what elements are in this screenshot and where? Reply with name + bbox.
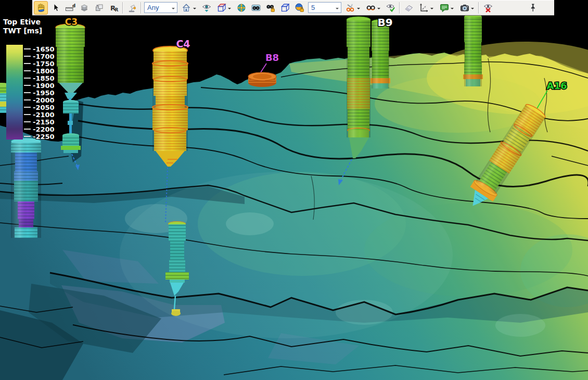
rr-annotation-icon: R R bbox=[109, 3, 119, 13]
chevron-down-icon bbox=[336, 8, 339, 11]
eye-red-x-icon bbox=[483, 3, 493, 13]
tick-label: -1750 bbox=[33, 60, 55, 68]
tick-dash bbox=[24, 121, 31, 122]
chevron-down-icon bbox=[228, 8, 231, 11]
count-combobox[interactable]: 5 bbox=[308, 2, 341, 13]
well-unlabeled-top[interactable] bbox=[463, 15, 483, 86]
legend-tick-row: -1900 bbox=[24, 82, 55, 88]
svg-text:d: d bbox=[72, 3, 75, 8]
rr-annotation-button[interactable]: R R bbox=[107, 1, 121, 15]
tick-dash bbox=[24, 70, 31, 71]
paste-frames-icon bbox=[94, 3, 105, 13]
wire-cube-button[interactable] bbox=[278, 1, 292, 15]
tick-label: -2100 bbox=[33, 111, 55, 119]
chevron-down-icon bbox=[471, 8, 474, 11]
binoculars-view-button[interactable] bbox=[249, 1, 263, 15]
paste-frames-button[interactable] bbox=[92, 1, 106, 15]
eraser-icon bbox=[404, 3, 414, 13]
measure-ruler-icon: d bbox=[65, 3, 75, 13]
tick-dash bbox=[24, 136, 31, 137]
tick-dash bbox=[24, 114, 31, 115]
legend-tick-row: -1700 bbox=[24, 53, 55, 59]
tick-label: -2000 bbox=[33, 96, 55, 104]
legend-unit: TWT [ms] bbox=[3, 27, 42, 35]
toolbar-separator bbox=[140, 2, 142, 14]
legend-tick-row: -1850 bbox=[24, 75, 55, 81]
chevron-down-icon bbox=[430, 8, 433, 11]
binoculars-lock-button[interactable] bbox=[263, 1, 277, 15]
pin-button[interactable] bbox=[526, 1, 540, 15]
hide-eye-button[interactable] bbox=[481, 1, 495, 15]
measure-distance-button[interactable]: d bbox=[63, 1, 77, 15]
well-label-b9[interactable]: B9 bbox=[377, 16, 392, 29]
layers-button[interactable] bbox=[78, 1, 92, 15]
tick-label: -2250 bbox=[33, 133, 55, 141]
view-eye-button[interactable] bbox=[199, 1, 213, 15]
well-glasses-button[interactable] bbox=[363, 1, 383, 15]
center-target-button[interactable] bbox=[234, 1, 248, 15]
tick-dash bbox=[24, 78, 31, 79]
legend-tick-row: -2150 bbox=[24, 119, 55, 125]
select-cursor-button[interactable] bbox=[48, 1, 62, 15]
legend-tick-row: -2200 bbox=[24, 126, 55, 132]
filter-any-combobox[interactable]: Any bbox=[144, 2, 177, 13]
color-legend: Top Etive TWT [ms] -1650 -1700 -1750 -18… bbox=[3, 18, 42, 35]
tick-label: -1650 bbox=[33, 45, 55, 53]
snapshot-camera-button[interactable] bbox=[457, 1, 477, 15]
chevron-down-icon bbox=[451, 8, 454, 11]
wire-cube-icon bbox=[280, 3, 290, 13]
comment-note-icon bbox=[439, 3, 450, 13]
well-filter-button[interactable] bbox=[343, 1, 363, 15]
view-eye-icon bbox=[201, 3, 212, 13]
camera-icon bbox=[459, 3, 470, 13]
legend-tick-row: -1650 bbox=[24, 46, 55, 52]
tick-dash bbox=[24, 63, 31, 64]
tick-dash bbox=[24, 129, 31, 130]
combobox-value: Any bbox=[147, 4, 172, 11]
home-button[interactable] bbox=[179, 1, 199, 15]
chevron-down-icon bbox=[357, 8, 360, 11]
petrel-3d-window: C3 C4 B8 B9 A16 Top Etive TWT [ms] -1650… bbox=[0, 0, 588, 380]
svg-text:R: R bbox=[114, 7, 118, 12]
toolbar-separator bbox=[399, 2, 400, 14]
well-label-c3[interactable]: C3 bbox=[65, 17, 78, 27]
tick-label: -2200 bbox=[33, 125, 55, 133]
tick-dash bbox=[24, 48, 31, 49]
3d-viewport[interactable]: C3 C4 B8 B9 A16 bbox=[0, 0, 588, 380]
legend-tick-row: -2250 bbox=[24, 133, 55, 140]
chevron-down-icon bbox=[377, 8, 380, 11]
lamp-light-icon bbox=[127, 3, 137, 13]
legend-tick-row: -1750 bbox=[24, 60, 55, 67]
tick-label: -1950 bbox=[33, 89, 55, 97]
toolbar-separator bbox=[122, 2, 123, 14]
legend-ticks: -1650 -1700 -1750 -1800 -1850 -1900 -195… bbox=[24, 46, 55, 140]
tick-dash bbox=[24, 107, 31, 108]
well-label-a16[interactable]: A16 bbox=[547, 80, 567, 91]
legend-tick-row: -2100 bbox=[24, 111, 55, 118]
bounding-box-red-button[interactable] bbox=[214, 1, 234, 15]
well-unlabeled-left[interactable] bbox=[11, 138, 41, 238]
comment-note-button[interactable] bbox=[437, 1, 456, 15]
pan-hand-button[interactable] bbox=[34, 1, 48, 15]
tick-dash bbox=[24, 99, 31, 100]
center-target-icon bbox=[236, 3, 247, 13]
binoculars-lock-icon bbox=[265, 3, 276, 13]
legend-tick-row: -1950 bbox=[24, 90, 55, 96]
well-label-b8[interactable]: B8 bbox=[265, 52, 279, 63]
visibility-check-button[interactable] bbox=[384, 1, 398, 15]
eraser-button[interactable] bbox=[402, 1, 416, 15]
axes-plot-button[interactable] bbox=[416, 1, 436, 15]
chevron-down-icon bbox=[172, 8, 175, 11]
axes-plot-icon bbox=[419, 3, 429, 13]
well-filter-icon bbox=[346, 3, 356, 13]
legend-tick-row: -2050 bbox=[24, 104, 55, 110]
well-label-c4[interactable]: C4 bbox=[176, 38, 190, 49]
pan-hand-icon bbox=[36, 3, 46, 13]
eye-check-icon bbox=[386, 3, 396, 13]
main-toolbar: d R R Any bbox=[32, 0, 554, 16]
sphere-lock-button[interactable] bbox=[292, 1, 306, 15]
lamp-light-button[interactable] bbox=[125, 1, 139, 15]
legend-tick-row: -1800 bbox=[24, 68, 55, 74]
tick-label: -2150 bbox=[33, 118, 55, 126]
toolbar-separator bbox=[478, 2, 479, 14]
